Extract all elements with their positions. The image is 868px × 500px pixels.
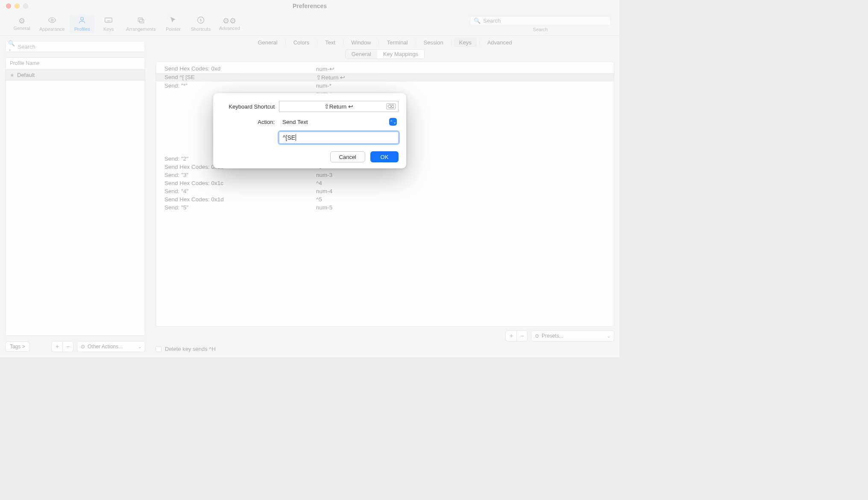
send-text-value: ^[SE (283, 134, 295, 141)
chevrons-icon: ⌃⌄ (389, 118, 397, 126)
action-label: Action: (221, 119, 279, 125)
clear-icon[interactable]: ⌫ (386, 103, 396, 109)
modal-overlay (0, 0, 619, 357)
send-text-input[interactable]: ^[SE (279, 132, 399, 144)
action-value: Send Text (282, 119, 308, 125)
ok-button[interactable]: OK (370, 151, 399, 162)
action-select[interactable]: Send Text ⌃⌄ (279, 116, 399, 127)
shortcut-value: ⇧Return ↩ (324, 103, 353, 110)
shortcut-field[interactable]: ⇧Return ↩ ⌫ (279, 101, 399, 112)
shortcut-label: Keyboard Shortcut (221, 103, 279, 110)
cancel-button[interactable]: Cancel (330, 151, 365, 162)
edit-mapping-sheet: Keyboard Shortcut ⇧Return ↩ ⌫ Action: Se… (213, 93, 406, 168)
